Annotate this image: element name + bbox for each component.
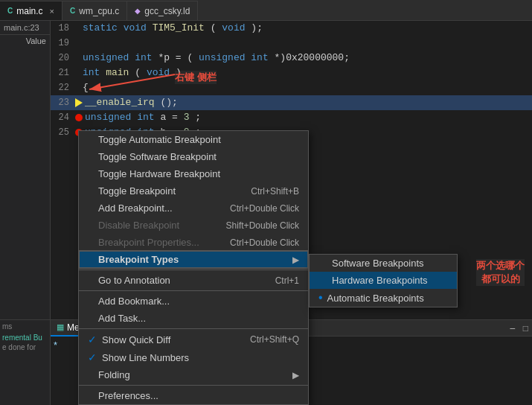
code-line-23: 23 __enable_irq (); (51, 95, 532, 110)
shortcut-toggle-bp: Ctrl+Shift+B (251, 186, 299, 197)
breakpoint-marker (75, 114, 83, 121)
panel-minimize-btn[interactable]: − (506, 322, 519, 334)
menu-goto-annotation[interactable]: Go to Annotation Ctrl+1 (79, 272, 308, 289)
menu-add-task[interactable]: Add Task... (79, 310, 308, 327)
code-line-18: 18 static void TIM5_Init ( void ); (51, 21, 532, 36)
bottom-sidebar-label3: e done for (2, 343, 48, 351)
submenu-bp-types: Software Breakpoints Hardware Breakpoint… (309, 254, 458, 307)
tab-close[interactable]: × (50, 7, 54, 16)
sidebar-header: main.c:23 (0, 21, 50, 35)
memory-icon: ▦ (57, 322, 64, 332)
shortcut-disable-bp: Shift+Double Click (226, 220, 299, 231)
code-line-20: 20 unsigned int *p = ( unsigned int *)0x… (51, 51, 532, 66)
menu-bp-types[interactable]: Breakpoint Types ▶ (79, 251, 308, 268)
c-file-icon2: C (70, 7, 75, 15)
context-menu: Toggle Automatic Breakpoint Toggle Softw… (78, 130, 309, 405)
menu-toggle-auto-bp[interactable]: Toggle Automatic Breakpoint (79, 131, 308, 148)
code-line-24: 24 unsigned int a = 3 ; (51, 110, 532, 125)
ld-file-icon: ◆ (135, 7, 141, 15)
separator-4 (79, 385, 308, 386)
menu-toggle-bp[interactable]: Toggle Breakpoint Ctrl+Shift+B (79, 182, 308, 200)
current-line-arrow (75, 98, 83, 107)
shortcut-add-bp: Ctrl+Double Click (230, 203, 299, 214)
tab-bar: C main.c × C wm_cpu.c ◆ gcc_csky.ld (0, 0, 532, 21)
submenu-automatic-bp[interactable]: • Automatic Breakpoints (310, 289, 457, 307)
code-line-21: 21 int main ( void ) (51, 66, 532, 80)
separator-3 (79, 328, 308, 329)
bullet-automatic-bp: • (318, 292, 323, 304)
submenu-hardware-bp[interactable]: Hardware Breakpoints (310, 272, 457, 289)
menu-add-bp[interactable]: Add Breakpoint... Ctrl+Double Click (79, 200, 308, 217)
menu-bp-props[interactable]: Breakpoint Properties... Ctrl+Double Cli… (79, 234, 308, 251)
bottom-sidebar-label2: remental Bu (2, 334, 48, 342)
code-line-19: 19 (51, 36, 532, 51)
c-file-icon: C (7, 7, 13, 15)
tab-main-c[interactable]: C main.c × (0, 1, 63, 20)
tab-gcc-csky-ld[interactable]: ◆ gcc_csky.ld (127, 1, 198, 20)
editor-area: C main.c × C wm_cpu.c ◆ gcc_csky.ld main… (0, 0, 532, 405)
shortcut-quick-diff: Ctrl+Shift+Q (250, 334, 299, 345)
menu-folding[interactable]: Folding ▶ (79, 366, 308, 383)
tab-wm-cpu-c[interactable]: C wm_cpu.c (63, 1, 127, 20)
folding-arrow: ▶ (292, 370, 299, 380)
shortcut-bp-props: Ctrl+Double Click (230, 237, 299, 248)
submenu-arrow: ▶ (292, 255, 299, 265)
submenu-software-bp[interactable]: Software Breakpoints (310, 255, 457, 272)
check-quick-diff: ✓ (88, 334, 98, 345)
separator-2 (79, 290, 308, 291)
menu-preferences[interactable]: Preferences... (79, 387, 308, 404)
sidebar-value-area (0, 47, 50, 363)
menu-toggle-hw-bp[interactable]: Toggle Hardware Breakpoint (79, 165, 308, 182)
tab-label: main.c (16, 6, 42, 16)
code-line-22: 22 { (51, 80, 532, 95)
panel-maximize-btn[interactable]: □ (519, 323, 532, 334)
menu-add-bookmark[interactable]: Add Bookmark... (79, 293, 308, 310)
separator-1 (79, 270, 308, 270)
tab-label3: gcc_csky.ld (144, 6, 190, 16)
sidebar-col-header: Value (0, 35, 50, 47)
bottom-left-sidebar: ms remental Bu e done for (0, 320, 51, 405)
shortcut-goto-annotation: Ctrl+1 (275, 275, 299, 286)
menu-disable-bp[interactable]: Disable Breakpoint Shift+Double Click (79, 217, 308, 234)
menu-show-quick-diff[interactable]: ✓ Show Quick Diff Ctrl+Shift+Q (79, 331, 308, 348)
tab-label2: wm_cpu.c (79, 6, 119, 16)
bottom-sidebar-label1: ms (2, 322, 48, 331)
check-line-numbers: ✓ (88, 351, 98, 363)
menu-show-line-numbers[interactable]: ✓ Show Line Numbers (79, 348, 308, 366)
menu-toggle-sw-bp[interactable]: Toggle Software Breakpoint (79, 148, 308, 165)
